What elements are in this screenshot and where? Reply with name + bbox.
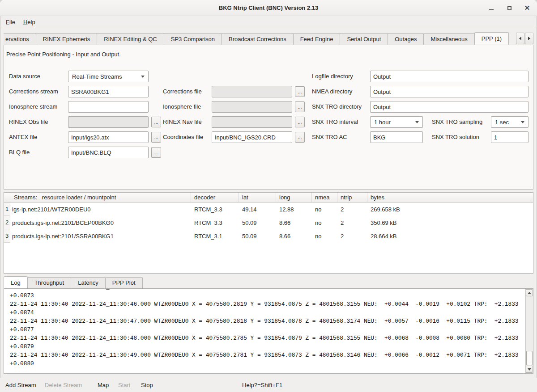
column-header-mountpoint[interactable]: Streams: resource loader / mountpoint — [10, 193, 191, 202]
tab-sp3-comparison[interactable]: SP3 Comparison — [164, 33, 222, 45]
minimize-button[interactable] — [488, 4, 495, 12]
scrollbar-thumb[interactable] — [526, 351, 533, 365]
row-number: 3 — [4, 229, 10, 243]
long-cell: 12.88 — [276, 202, 312, 216]
tab-latency[interactable]: Latency — [71, 277, 106, 288]
tab-outages[interactable]: Outages — [388, 33, 424, 45]
menu-bar: FileHelp — [0, 16, 537, 28]
column-header-ntrip[interactable]: ntrip — [337, 193, 367, 202]
coordinates-file-label: Coordinates file — [163, 134, 203, 140]
log-line: +0.0880 — [10, 359, 525, 368]
snx-tro-interval-select[interactable]: 1 hour — [370, 116, 423, 128]
map-button[interactable]: Map — [98, 378, 109, 392]
log-panel: 22-11-24 11:30:40 2022-11-24_11:30:45.00… — [4, 288, 533, 374]
ionosphere-file-label: Ionosphere file — [163, 103, 201, 110]
ntrip-cell: 2 — [337, 216, 367, 229]
bottom-toolbar: Add Stream Delete Stream Map Start Stop … — [0, 378, 537, 392]
column-header-lat[interactable]: lat — [239, 193, 276, 202]
tab-feed-engine[interactable]: Feed Engine — [293, 33, 341, 45]
bnc-window: { "window": { "title": "BKG Ntrip Client… — [0, 0, 537, 392]
stop-button[interactable]: Stop — [141, 378, 153, 392]
streams-table-header: Streams: resource loader / mountpoint de… — [4, 193, 533, 202]
log-line: 22-11-24 11:30:40 2022-11-24_11:30:45.00… — [10, 288, 525, 291]
close-button[interactable]: ✕ — [524, 4, 531, 12]
tab-scroll-left-button[interactable] — [516, 33, 524, 44]
column-header-bytes[interactable]: bytes — [367, 193, 533, 202]
bytes-cell: 269.658 kB — [367, 202, 533, 216]
log-line: 22-11-24 11:30:40 2022-11-24_11:30:47.00… — [10, 317, 525, 325]
nmea-cell: no — [312, 216, 337, 229]
add-stream-button[interactable]: Add Stream — [5, 378, 36, 392]
arrow-up-icon — [528, 292, 531, 294]
tab-serial-output[interactable]: Serial Output — [340, 33, 388, 45]
tab-ppp-plot[interactable]: PPP Plot — [105, 277, 143, 288]
antex-file-input[interactable] — [68, 131, 149, 143]
long-cell: 8.66 — [276, 229, 312, 243]
snx-tro-solution-label: SNX TRO solution — [432, 134, 479, 140]
rinex-obs-file-input — [68, 116, 149, 128]
snx-tro-sampling-label: SNX TRO sampling — [432, 118, 482, 125]
rinex-nav-browse-button[interactable]: ... — [295, 117, 305, 127]
tab-rinex-ephemeris[interactable]: RINEX Ephemeris — [36, 33, 97, 45]
ionosphere-file-browse-button[interactable]: ... — [295, 101, 305, 112]
data-source-select[interactable]: Real-Time Streams — [68, 71, 149, 82]
coordinates-browse-button[interactable]: ... — [295, 132, 305, 143]
logfile-directory-label: Logfile directory — [312, 73, 353, 80]
column-header-decoder[interactable]: decoder — [191, 193, 239, 202]
menu-item-help[interactable]: Help — [21, 17, 38, 27]
column-header-nmea[interactable]: nmea — [312, 193, 337, 202]
corner-header-cell — [4, 193, 10, 202]
blq-browse-button[interactable]: ... — [151, 147, 161, 158]
lat-cell: 49.14 — [239, 202, 276, 216]
rinex-obs-browse-button[interactable]: ... — [151, 117, 161, 127]
nmea-cell: no — [312, 202, 337, 216]
column-header-long[interactable]: long — [276, 193, 312, 202]
log-line: 22-11-24 11:30:40 2022-11-24_11:30:49.00… — [10, 351, 525, 359]
ppp-panel: Precise Point Positioning - Input and Ou… — [4, 45, 533, 190]
antex-browse-button[interactable]: ... — [151, 132, 161, 143]
log-scrollbar[interactable] — [525, 289, 533, 373]
ionosphere-stream-input[interactable] — [68, 101, 149, 113]
snx-tro-ac-input[interactable] — [370, 131, 423, 143]
snx-tro-ac-label: SNX TRO AC — [312, 134, 347, 140]
tab-broadcast-corrections[interactable]: Broadcast Corrections — [222, 33, 294, 45]
bytes-cell: 350.69 kB — [367, 216, 533, 229]
blq-file-label: BLQ file — [9, 149, 30, 156]
tab-log[interactable]: Log — [4, 276, 28, 288]
antex-file-label: ANTEX file — [9, 134, 38, 140]
corrections-file-browse-button[interactable]: ... — [295, 86, 305, 97]
arrow-down-icon — [528, 368, 531, 371]
data-source-label: Data source — [9, 73, 40, 80]
tab-scroll-right-button[interactable] — [525, 33, 533, 44]
logfile-directory-input[interactable] — [370, 71, 528, 82]
scroll-down-button[interactable] — [526, 366, 533, 373]
snx-tro-directory-input[interactable] — [370, 101, 528, 113]
coordinates-file-input[interactable] — [212, 131, 292, 143]
nmea-cell: no — [312, 229, 337, 243]
decoder-cell: RTCM_3.1 — [191, 229, 239, 243]
tab-ervations[interactable]: ervations — [4, 33, 36, 45]
table-row[interactable]: 1igs-ip.net:2101/WTZR00DEU0RTCM_3.349.14… — [4, 202, 533, 216]
log-content: 22-11-24 11:30:40 2022-11-24_11:30:45.00… — [4, 288, 525, 373]
tab-rinex-editing-qc[interactable]: RINEX Editing & QC — [97, 33, 164, 45]
panel-description: Precise Point Positioning - Input and Ou… — [6, 51, 121, 58]
tab-throughput[interactable]: Throughput — [27, 277, 72, 288]
maximize-button[interactable] — [506, 4, 513, 12]
chevron-down-icon — [521, 121, 524, 123]
scroll-up-button[interactable] — [526, 289, 533, 296]
table-row[interactable]: 2products.igs-ip.net:2101/BCEP00BKG0RTCM… — [4, 216, 533, 229]
menu-item-file[interactable]: File — [3, 17, 18, 27]
bottom-tab-bar: LogThroughputLatencyPPP Plot — [4, 276, 142, 288]
snx-tro-solution-input[interactable] — [491, 131, 528, 143]
nmea-directory-input[interactable] — [370, 86, 528, 97]
table-row[interactable]: 3products.igs-ip.net:2101/SSRA00BKG1RTCM… — [4, 229, 533, 243]
blq-file-input[interactable] — [68, 147, 149, 158]
tab-strip: ervationsRINEX EphemerisRINEX Editing & … — [4, 32, 515, 45]
corrections-stream-input[interactable] — [68, 86, 149, 97]
tab-miscellaneous[interactable]: Miscellaneous — [423, 33, 474, 45]
log-line: 22-11-24 11:30:40 2022-11-24_11:30:48.00… — [10, 334, 525, 342]
snx-tro-sampling-select[interactable]: 1 sec — [491, 116, 528, 128]
help-shortcut-text: Help?=Shift+F1 — [242, 378, 282, 392]
lat-cell: 50.09 — [239, 229, 276, 243]
tab-ppp-1[interactable]: PPP (1) — [474, 32, 509, 45]
